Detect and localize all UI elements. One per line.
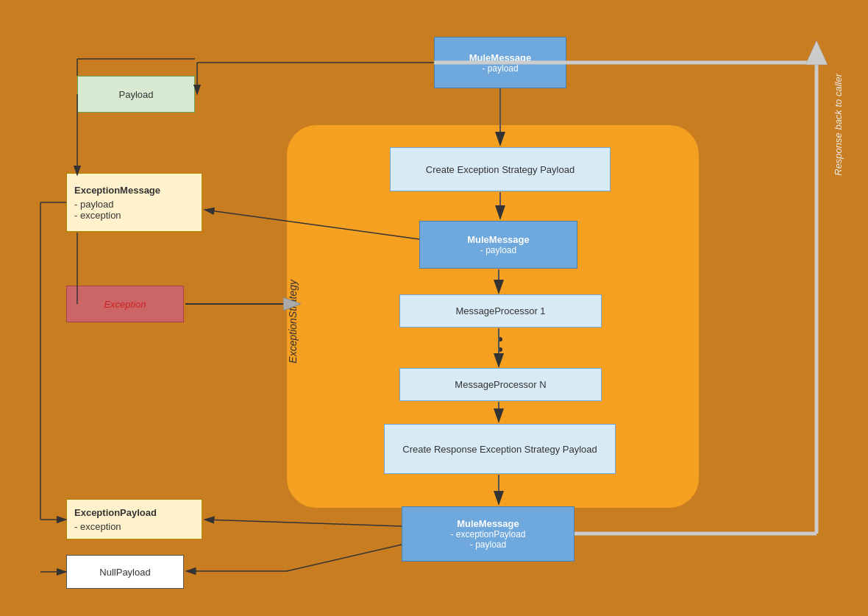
exception-payload: ExceptionPayload - exception: [66, 499, 202, 539]
null-payload: NullPayload: [66, 555, 184, 589]
exception-payload-sublabel: - exception: [74, 521, 121, 532]
mule-message-top: MuleMessage - payload: [434, 37, 566, 88]
create-exception-payload-label: Create Exception Strategy Payload: [426, 164, 574, 175]
dot-2: [498, 347, 502, 352]
exception-label: Exception: [104, 299, 146, 310]
create-response-exception-payload: Create Response Exception Strategy Paylo…: [384, 424, 616, 474]
message-processor-n-label: MessageProcessor N: [455, 379, 546, 390]
exception-payload-label: ExceptionPayload: [74, 507, 157, 518]
null-payload-label: NullPayload: [99, 567, 150, 578]
payload-top: Payload: [77, 76, 195, 113]
mule-message-middle: MuleMessage - payload: [419, 221, 577, 269]
exception-message-sublabel1: - payload: [74, 199, 113, 210]
svg-marker-25: [805, 40, 828, 65]
message-processor-1-label: MessageProcessor 1: [455, 305, 545, 316]
create-response-exception-payload-label: Create Response Exception Strategy Paylo…: [402, 444, 597, 455]
dot-1: [498, 337, 502, 341]
message-processor-n: MessageProcessor N: [399, 368, 602, 401]
mule-message-middle-sublabel: - payload: [480, 245, 516, 255]
exception-message: ExceptionMessage - payload - exception: [66, 173, 202, 232]
mule-message-bottom-label: MuleMessage: [457, 518, 519, 529]
exception-message-label: ExceptionMessage: [74, 185, 160, 196]
mule-message-top-sublabel: - payload: [482, 63, 518, 74]
svg-line-19: [204, 520, 402, 526]
mule-message-bottom-sublabel2: - payload: [470, 539, 506, 550]
payload-top-label: Payload: [119, 89, 154, 100]
svg-line-20: [287, 545, 402, 571]
response-label: Response back to caller: [833, 74, 855, 176]
mule-message-bottom: MuleMessage - exceptionPayload - payload: [402, 506, 574, 562]
mule-message-bottom-sublabel1: - exceptionPayload: [450, 529, 525, 539]
mule-message-middle-label: MuleMessage: [467, 234, 530, 245]
exception: Exception: [66, 286, 184, 322]
create-exception-payload: Create Exception Strategy Payload: [390, 147, 611, 191]
exception-strategy-label: ExceptionStrategy: [287, 280, 299, 364]
mule-message-top-label: MuleMessage: [469, 52, 532, 63]
exception-message-sublabel2: - exception: [74, 210, 121, 221]
message-processor-1: MessageProcessor 1: [399, 294, 602, 328]
